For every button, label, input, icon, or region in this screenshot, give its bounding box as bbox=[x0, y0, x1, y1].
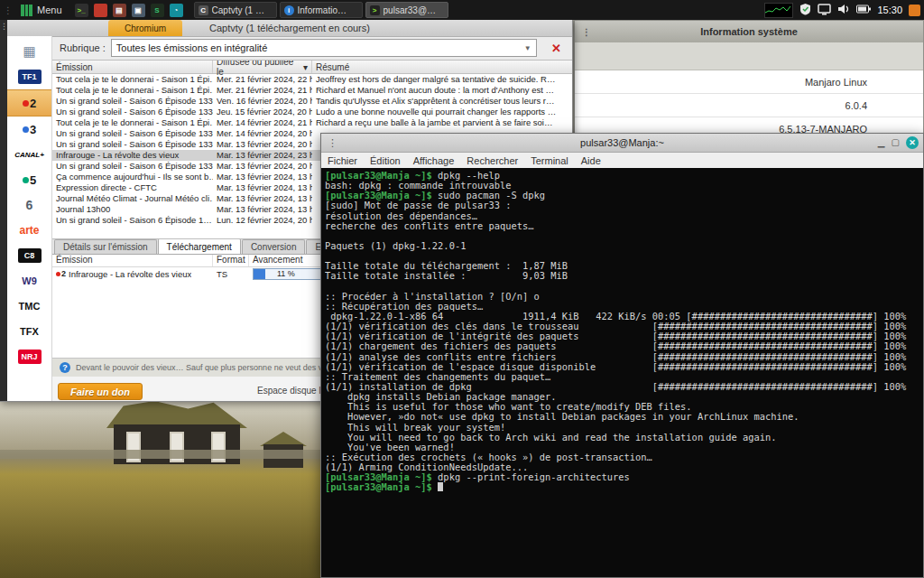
terminal-cursor bbox=[438, 482, 443, 491]
table-row[interactable]: Tout cela je te le donnerai - Saison 1 É… bbox=[52, 85, 572, 96]
files-launcher-icon[interactable]: ▣ bbox=[132, 4, 145, 17]
channel-tfx[interactable]: TFX bbox=[7, 319, 51, 344]
terminal-output: dpkg-1.22.0-1-x86_64 1911,4 KiB 422 KiB/… bbox=[325, 312, 906, 322]
close-button[interactable]: ✕ bbox=[548, 42, 565, 55]
channel-france-2[interactable]: 2 bbox=[7, 89, 51, 117]
chromium-launcher-icon[interactable]: ◔ bbox=[170, 4, 183, 17]
donate-button[interactable]: Faire un don bbox=[58, 383, 143, 400]
rubrique-select[interactable]: Toutes les émissions en intégralité ▼ bbox=[111, 39, 537, 57]
dl-col-emission[interactable]: Émission bbox=[52, 255, 213, 266]
tab-conversion[interactable]: Conversion bbox=[242, 239, 306, 254]
table-row[interactable]: Tout cela je te le donnerai - Saison 1 É… bbox=[52, 117, 572, 128]
terminal-line: You've been warned! bbox=[325, 443, 919, 452]
minimize-button[interactable]: ▁ bbox=[878, 138, 885, 147]
tab-d-tails-sur-l-mission[interactable]: Détails sur l'émission bbox=[54, 239, 157, 254]
channel-w9[interactable]: W9 bbox=[7, 268, 51, 294]
menu-terminal[interactable]: Terminal bbox=[524, 155, 575, 166]
cpu-graph-icon[interactable] bbox=[764, 3, 793, 18]
channel-c8[interactable]: C8 bbox=[7, 243, 51, 268]
terminal-body[interactable]: [pulsar33@Manja ~]$ dpkg --helpbash: dpk… bbox=[321, 168, 923, 577]
terminal-line: Taille totale du téléchargement : 1,87 M… bbox=[325, 261, 919, 271]
desktop: ⋮ Menu >_▤▣S◔ CCaptvty (1 …iInformatio…>… bbox=[0, 0, 924, 578]
help-icon[interactable]: ? bbox=[60, 362, 70, 373]
channel-tmc[interactable]: TMC bbox=[7, 294, 51, 319]
terminal-line: (1/1) analyse des conflits entre fichier… bbox=[325, 352, 919, 362]
terminal-line: dpkg installs Debian package manager. bbox=[325, 392, 919, 402]
terminal-launcher-icon[interactable]: >_ bbox=[75, 4, 88, 17]
channel-tf1[interactable]: TF1 bbox=[7, 64, 51, 89]
menu-rechercher[interactable]: Rechercher bbox=[460, 155, 524, 166]
close-button[interactable]: ✕ bbox=[906, 136, 919, 149]
channel-canal-plus[interactable]: CANAL+ bbox=[7, 142, 51, 167]
menu-aide[interactable]: Aide bbox=[575, 155, 607, 166]
updates-icon[interactable] bbox=[909, 5, 920, 16]
package-launcher-icon[interactable]: ▤ bbox=[113, 4, 126, 17]
terminal-line: (1/1) vérification de l'espace disque di… bbox=[325, 362, 919, 372]
channel-arte[interactable]: arte bbox=[7, 218, 51, 243]
terminal-output: recherche des conflits entre paquets… bbox=[325, 221, 533, 231]
cell-emission: Journal Météo Climat - Journal Météo cli… bbox=[52, 193, 213, 204]
dl-col-format[interactable]: Format bbox=[213, 255, 249, 266]
top-panel: ⋮ Menu >_▤▣S◔ CCaptvty (1 …iInformatio…>… bbox=[0, 0, 924, 20]
france-2-label: 2 bbox=[30, 97, 36, 110]
menu-dition[interactable]: Édition bbox=[364, 155, 407, 166]
shield-icon[interactable] bbox=[799, 3, 811, 17]
cell-emission: Un si grand soleil - Saison 6 Épisode 13… bbox=[52, 96, 213, 107]
captvty-launcher-icon[interactable]: S bbox=[151, 4, 164, 17]
channel-nrj12[interactable]: NRJ bbox=[7, 344, 51, 369]
maximize-button[interactable]: ▢ bbox=[892, 138, 900, 147]
taskbar-button-info[interactable]: iInformatio… bbox=[280, 2, 363, 18]
panel-handle-icon[interactable]: ⋮ bbox=[4, 5, 13, 15]
channel-france-5[interactable]: 5 bbox=[7, 167, 51, 192]
tab-t-l-chargement[interactable]: Téléchargement bbox=[158, 238, 241, 254]
terminal-line: However, »do not« use dpkg to install De… bbox=[325, 412, 919, 422]
menu-affichage[interactable]: Affichage bbox=[407, 155, 461, 166]
panel-window-buttons: CCaptvty (1 …iInformatio…>pulsar33@… bbox=[194, 2, 448, 18]
menu-fichier[interactable]: Fichier bbox=[321, 155, 364, 166]
battery-icon[interactable] bbox=[856, 5, 871, 15]
terminal-line: (1/1) vérification des clés dans le trou… bbox=[325, 322, 919, 331]
clock[interactable]: 15:30 bbox=[877, 5, 902, 15]
download-emission: Infrarouge - La révolte des vieux bbox=[69, 269, 191, 279]
col-emission[interactable]: Émission bbox=[52, 61, 213, 73]
terminal-output: (1/1) chargement des fichiers des paquet… bbox=[325, 341, 906, 351]
channel-m6[interactable]: 6 bbox=[7, 192, 51, 218]
table-row[interactable]: Tout cela je te le donnerai - Saison 1 É… bbox=[52, 74, 572, 85]
rubrique-value: Toutes les émissions en intégralité bbox=[116, 42, 268, 53]
terminal-line: [pulsar33@Manja ~]$ dpkg --print-foreign… bbox=[325, 472, 919, 482]
window-menu-icon[interactable]: ⋮ bbox=[328, 137, 337, 149]
terminal-output: (1/1) analyse des conflits entre fichier… bbox=[325, 352, 906, 362]
captvty-titlebar[interactable]: Chromium Captvty (1 téléchargement en co… bbox=[7, 20, 572, 37]
captvty-title: Captvty (1 téléchargement en cours) bbox=[209, 23, 370, 33]
manjaro-menu-icon bbox=[21, 5, 32, 16]
table-row[interactable]: Un si grand soleil - Saison 6 Épisode 13… bbox=[52, 107, 572, 117]
cell-date: Mar. 13 février 2024, 13 h 42 bbox=[213, 182, 312, 193]
volume-icon[interactable] bbox=[837, 4, 850, 16]
taskbar-button-terminal[interactable]: >pulsar33@… bbox=[365, 2, 448, 18]
terminal-line: résolution des dépendances… bbox=[325, 211, 919, 221]
terminal-titlebar[interactable]: ⋮ pulsar33@Manja:~ ▁ ▢ ✕ bbox=[321, 134, 923, 153]
mail-launcher-icon[interactable] bbox=[94, 4, 107, 17]
cell-emission: Un si grand soleil - Saison 6 Épisode 1… bbox=[52, 215, 213, 226]
channel-all[interactable]: ▦ bbox=[7, 39, 51, 64]
channel-france-3[interactable]: 3 bbox=[7, 117, 51, 142]
terminal-line: recherche des conflits entre paquets… bbox=[325, 221, 919, 231]
captvty-side-handle[interactable]: ⋮ bbox=[0, 20, 7, 401]
display-icon[interactable] bbox=[818, 4, 831, 17]
window-menu-icon[interactable]: ⋮ bbox=[582, 27, 591, 37]
system-info-titlebar[interactable]: ⋮ Information système bbox=[575, 21, 923, 42]
col-date[interactable]: Diffusée ou publiée le ▾ bbox=[213, 61, 312, 73]
terminal-icon: > bbox=[370, 5, 380, 15]
applications-menu-button[interactable]: Menu bbox=[15, 0, 68, 20]
terminal-line: (1/1) vérification de l'intégrité des pa… bbox=[325, 331, 919, 341]
col-resume[interactable]: Résumé bbox=[312, 61, 572, 73]
chromium-tab[interactable]: Chromium bbox=[108, 20, 182, 36]
table-row[interactable]: Un si grand soleil - Saison 6 Épisode 13… bbox=[52, 96, 572, 107]
taskbar-button-captvty[interactable]: CCaptvty (1 … bbox=[194, 2, 277, 18]
terminal-line: (1/1) Arming ConditionNeedsUpdate... bbox=[325, 462, 919, 472]
tmc-logo: TMC bbox=[19, 301, 41, 312]
tfx-logo: TFX bbox=[20, 326, 39, 337]
system-info-window: ⋮ Information système Manjaro Linux6.0.4… bbox=[574, 20, 924, 137]
terminal-output: dpkg installs Debian package manager. bbox=[325, 392, 556, 402]
terminal-line bbox=[325, 251, 919, 261]
